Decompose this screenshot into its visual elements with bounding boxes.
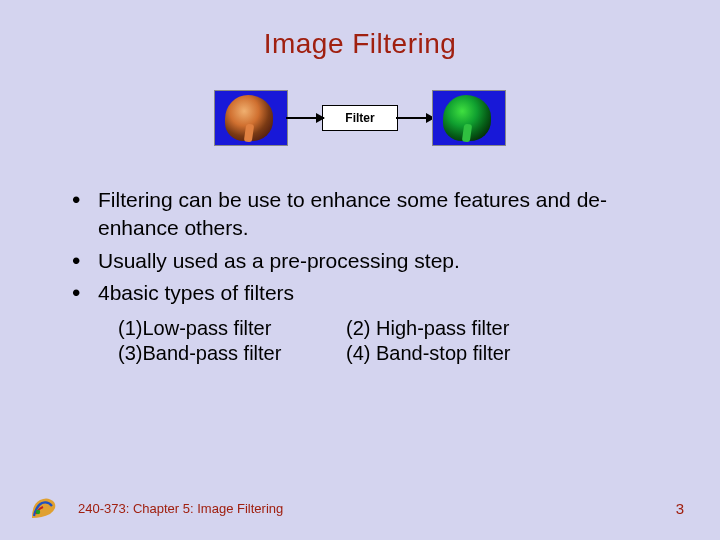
bullet-item: 4basic types of filters <box>70 279 660 307</box>
filter-diagram: Filter <box>0 90 720 146</box>
input-brain-image <box>214 90 288 146</box>
filter-type-item: (1)Low-pass filter <box>118 317 328 340</box>
arrow-right <box>396 117 434 119</box>
bullet-item: Usually used as a pre-processing step. <box>70 247 660 275</box>
slide-title: Image Filtering <box>0 28 720 60</box>
filter-type-item: (3)Band-pass filter <box>118 342 328 365</box>
page-number: 3 <box>676 500 692 517</box>
footer-chapter-text: 240-373: Chapter 5: Image Filtering <box>78 501 676 516</box>
bullet-item: Filtering can be use to enhance some fea… <box>70 186 660 243</box>
filter-box: Filter <box>322 105 397 131</box>
filter-types-grid: (1)Low-pass filter (2) High-pass filter … <box>118 317 660 365</box>
footer-logo-icon <box>28 494 60 522</box>
slide-footer: 240-373: Chapter 5: Image Filtering 3 <box>0 494 720 522</box>
content-area: Filtering can be use to enhance some fea… <box>0 186 720 365</box>
output-brain-image <box>432 90 506 146</box>
filter-type-item: (4) Band-stop filter <box>346 342 566 365</box>
svg-point-0 <box>36 510 40 514</box>
filter-type-item: (2) High-pass filter <box>346 317 566 340</box>
bullet-list: Filtering can be use to enhance some fea… <box>70 186 660 307</box>
arrow-left <box>286 117 324 119</box>
